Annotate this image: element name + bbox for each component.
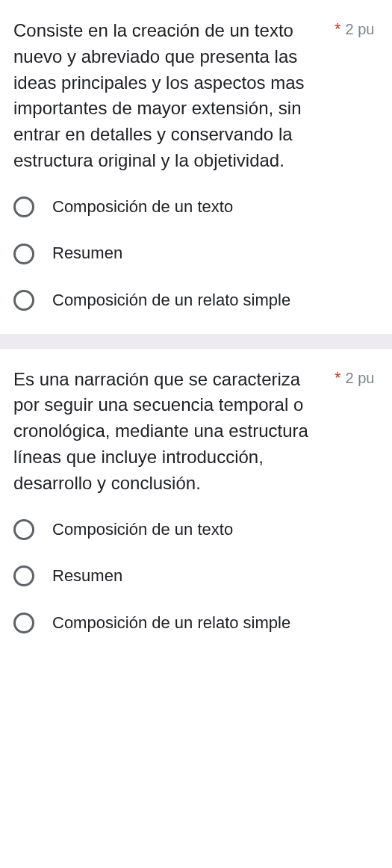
question-card: Es una narración que se caracteriza por … — [0, 349, 392, 657]
radio-option[interactable]: Composición de un relato simple — [13, 290, 379, 311]
question-header: Consiste en la creación de un texto nuev… — [13, 18, 379, 174]
question-text: Consiste en la creación de un texto nuev… — [13, 18, 327, 174]
radio-icon — [13, 244, 34, 264]
required-indicator: * — [335, 18, 341, 41]
radio-icon — [13, 519, 34, 540]
option-label: Resumen — [52, 565, 122, 587]
option-label: Composición de un texto — [52, 196, 233, 218]
card-divider — [0, 334, 392, 349]
question-text: Es una narración que se caracteriza por … — [13, 367, 327, 497]
radio-option[interactable]: Resumen — [13, 243, 379, 264]
radio-icon — [13, 565, 34, 586]
radio-option[interactable]: Composición de un relato simple — [13, 613, 379, 634]
option-label: Composición de un texto — [52, 519, 233, 541]
radio-option[interactable]: Resumen — [13, 565, 379, 587]
radio-option[interactable]: Composición de un texto — [13, 196, 379, 218]
option-label: Composición de un relato simple — [52, 613, 290, 634]
radio-icon — [13, 613, 34, 633]
points-label: 2 pu — [346, 18, 375, 40]
required-indicator: * — [335, 367, 341, 390]
points-label: 2 pu — [346, 367, 375, 389]
radio-option[interactable]: Composición de un texto — [13, 519, 379, 541]
radio-icon — [13, 290, 34, 311]
option-label: Resumen — [52, 243, 122, 264]
question-card: Consiste en la creación de un texto nuev… — [0, 0, 392, 334]
question-header: Es una narración que se caracteriza por … — [13, 367, 379, 497]
options-group: Composición de un texto Resumen Composic… — [13, 519, 379, 634]
option-label: Composición de un relato simple — [52, 290, 290, 311]
radio-icon — [13, 196, 34, 217]
options-group: Composición de un texto Resumen Composic… — [13, 196, 379, 311]
